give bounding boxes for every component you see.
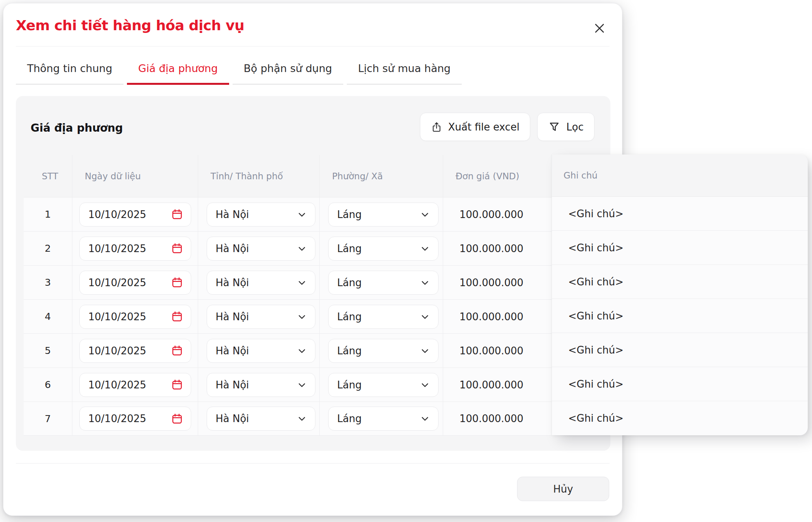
tab-gia-dia-phuong[interactable]: Giá địa phương (127, 46, 229, 85)
filter-icon (548, 121, 560, 133)
calendar-icon (171, 379, 183, 391)
note-column-card: Ghi chú <Ghi chú> <Ghi chú> <Ghi chú> <G… (552, 155, 808, 435)
column-header-stt: STT (24, 155, 72, 197)
tab-bo-phan-su-dung[interactable]: Bộ phận sử dụng (233, 46, 343, 85)
province-select[interactable]: Hà Nội (207, 407, 315, 431)
date-value: 10/10/2025 (88, 345, 146, 357)
ward-select[interactable]: Láng (328, 373, 439, 397)
province-select[interactable]: Hà Nội (207, 203, 315, 227)
row-index: 6 (24, 368, 72, 402)
chevron-down-icon (420, 277, 430, 288)
note-value: <Ghi chú> (568, 344, 624, 356)
row-index: 2 (24, 232, 72, 265)
price-value: 100.000.000 (443, 379, 523, 391)
ward-select[interactable]: Láng (328, 271, 439, 295)
date-input[interactable]: 10/10/2025 (79, 305, 191, 329)
ward-cell: Láng (319, 402, 443, 435)
table-row: 3 10/10/2025 Hà Nội (24, 265, 610, 299)
date-cell: 10/10/2025 (72, 266, 198, 299)
local-price-table: STT Ngày dữ liệu Tỉnh/ Thành phố Phường/… (24, 155, 610, 436)
province-cell: Hà Nội (198, 197, 319, 231)
export-excel-label: Xuất file excel (448, 121, 520, 133)
cancel-button[interactable]: Hủy (517, 477, 609, 501)
chevron-down-icon (420, 345, 430, 356)
note-value: <Ghi chú> (568, 242, 624, 254)
date-input[interactable]: 10/10/2025 (79, 271, 191, 295)
date-cell: 10/10/2025 (72, 232, 198, 265)
chevron-down-icon (296, 311, 307, 322)
province-select[interactable]: Hà Nội (207, 305, 315, 329)
table-row: 4 10/10/2025 Hà Nội (24, 299, 610, 333)
note-cell: <Ghi chú> (552, 333, 808, 367)
province-cell: Hà Nội (198, 232, 319, 265)
row-index: 3 (24, 266, 72, 299)
date-cell: 10/10/2025 (72, 368, 198, 402)
ward-value: Láng (337, 311, 361, 323)
table-row: 7 10/10/2025 Hà Nội (24, 402, 610, 436)
row-index: 1 (24, 197, 72, 231)
chevron-down-icon (420, 243, 430, 254)
calendar-icon (171, 276, 183, 288)
chevron-down-icon (296, 345, 307, 356)
column-header-date: Ngày dữ liệu (72, 155, 198, 197)
chevron-down-icon (420, 413, 430, 424)
province-select[interactable]: Hà Nội (207, 373, 315, 397)
province-select[interactable]: Hà Nội (207, 237, 315, 261)
export-excel-button[interactable]: Xuất file excel (420, 113, 531, 141)
chevron-down-icon (296, 243, 307, 254)
ward-select[interactable]: Láng (328, 237, 439, 261)
note-value: <Ghi chú> (568, 208, 624, 220)
close-icon (594, 22, 605, 34)
province-value: Hà Nội (216, 345, 249, 357)
ward-select[interactable]: Láng (328, 305, 439, 329)
tab-thong-tin-chung[interactable]: Thông tin chung (16, 46, 123, 85)
note-cell: <Ghi chú> (552, 231, 808, 265)
province-cell: Hà Nội (198, 402, 319, 435)
date-input[interactable]: 10/10/2025 (79, 237, 191, 261)
province-cell: Hà Nội (198, 266, 319, 299)
filter-button[interactable]: Lọc (537, 113, 594, 141)
product-detail-modal: Xem chi tiết hàng hóa dịch vụ Thông tin … (3, 3, 622, 516)
ward-cell: Láng (319, 266, 443, 299)
date-input[interactable]: 10/10/2025 (79, 203, 191, 227)
ward-value: Láng (337, 379, 361, 391)
province-cell: Hà Nội (198, 368, 319, 402)
price-value: 100.000.000 (443, 413, 523, 424)
ward-cell: Láng (319, 232, 443, 265)
row-index: 7 (24, 402, 72, 435)
province-select[interactable]: Hà Nội (207, 339, 315, 363)
price-value: 100.000.000 (443, 243, 523, 254)
footer-divider (16, 463, 610, 464)
note-card-body: <Ghi chú> <Ghi chú> <Ghi chú> <Ghi chú> … (552, 197, 808, 435)
ward-value: Láng (337, 345, 361, 357)
price-value: 100.000.000 (443, 209, 523, 220)
date-input[interactable]: 10/10/2025 (79, 407, 191, 431)
panel-toolbar: Xuất file excel Lọc (420, 113, 594, 141)
chevron-down-icon (420, 311, 430, 322)
date-input[interactable]: 10/10/2025 (79, 339, 191, 363)
note-cell: <Ghi chú> (552, 197, 808, 231)
ward-value: Láng (337, 243, 361, 254)
table-row: 6 10/10/2025 Hà Nội (24, 367, 610, 402)
date-input[interactable]: 10/10/2025 (79, 373, 191, 397)
row-index: 5 (24, 334, 72, 367)
panel-title: Giá địa phương (31, 122, 123, 134)
province-cell: Hà Nội (198, 300, 319, 333)
calendar-icon (171, 311, 183, 323)
close-button[interactable] (591, 20, 608, 37)
province-select[interactable]: Hà Nội (207, 271, 315, 295)
chevron-down-icon (296, 413, 307, 424)
note-value: <Ghi chú> (568, 412, 624, 424)
tab-lich-su-mua-hang[interactable]: Lịch sử mua hàng (347, 46, 462, 85)
date-value: 10/10/2025 (88, 413, 146, 424)
ward-value: Láng (337, 209, 361, 220)
date-value: 10/10/2025 (88, 379, 146, 391)
ward-select[interactable]: Láng (328, 339, 439, 363)
ward-select[interactable]: Láng (328, 203, 439, 227)
table-row: 2 10/10/2025 Hà Nội (24, 231, 610, 265)
ward-value: Láng (337, 413, 361, 424)
note-value: <Ghi chú> (568, 378, 624, 390)
ward-cell: Láng (319, 334, 443, 367)
ward-select[interactable]: Láng (328, 407, 439, 431)
note-cell: <Ghi chú> (552, 299, 808, 333)
